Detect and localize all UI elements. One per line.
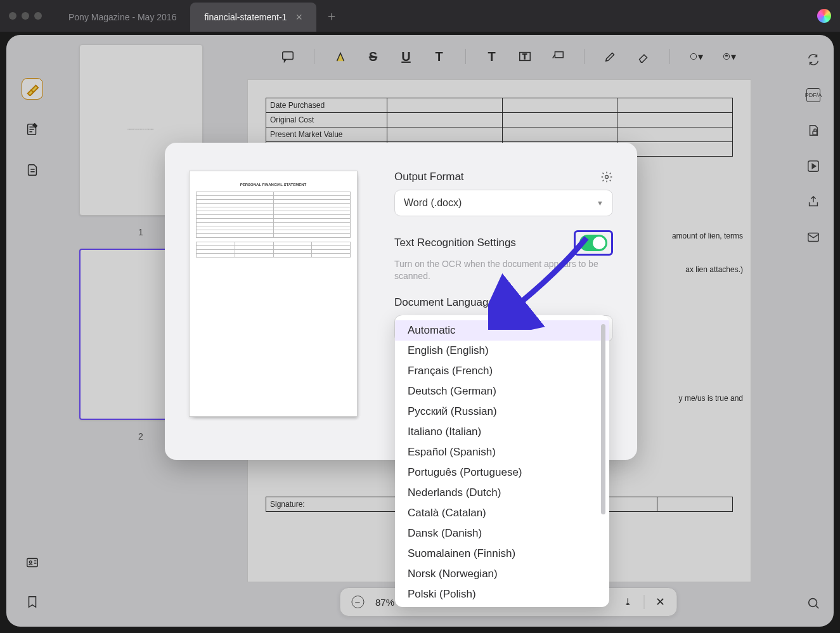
doc-language-label: Document Language bbox=[394, 296, 613, 309]
left-rail bbox=[6, 35, 58, 627]
language-option[interactable]: Română (Romanian) bbox=[395, 604, 609, 607]
pdfa-icon[interactable]: PDF/A bbox=[806, 88, 820, 102]
svg-rect-11 bbox=[808, 233, 819, 242]
textbox-icon[interactable]: T bbox=[518, 49, 532, 63]
svg-rect-1 bbox=[27, 559, 38, 567]
doc-text: ax lien attaches.) bbox=[672, 253, 743, 287]
squiggly-icon[interactable]: T bbox=[432, 49, 446, 63]
play-icon[interactable] bbox=[806, 159, 820, 173]
doc-text: y me/us is true and bbox=[672, 382, 743, 415]
documents-tool[interactable] bbox=[22, 159, 43, 181]
minimize-window-icon[interactable] bbox=[22, 12, 29, 20]
page-number-1: 1 bbox=[138, 227, 143, 237]
zoom-out-button[interactable]: − bbox=[351, 596, 364, 608]
field-label: Present Market Value bbox=[266, 127, 387, 142]
language-option[interactable]: Русский (Russian) bbox=[395, 401, 609, 422]
sync-icon[interactable] bbox=[806, 53, 820, 67]
ocr-toggle-highlight bbox=[574, 230, 613, 256]
shape-icon[interactable]: ▾ bbox=[689, 49, 703, 63]
doc-text: amount of lien, terms bbox=[672, 219, 743, 253]
field-label: Original Cost bbox=[266, 113, 387, 127]
language-option[interactable]: Automatic bbox=[395, 320, 609, 341]
language-dropdown: Automatic English (English) Français (Fr… bbox=[395, 315, 609, 607]
tab-pony-magazine[interactable]: Pony Magazine - May 2016 bbox=[55, 3, 190, 32]
language-option[interactable]: Nederlands (Dutch) bbox=[395, 483, 609, 503]
bookmark-icon[interactable] bbox=[22, 591, 43, 613]
window-controls bbox=[9, 12, 42, 20]
language-option[interactable]: Dansk (Danish) bbox=[395, 523, 609, 544]
dialog-preview: PERSONAL FINANCIAL STATEMENT bbox=[189, 171, 373, 424]
notes-tool[interactable] bbox=[22, 119, 43, 140]
preview-title: PERSONAL FINANCIAL STATEMENT bbox=[196, 183, 351, 186]
marker-icon[interactable] bbox=[333, 49, 347, 63]
download-icon[interactable]: ⤓ bbox=[624, 596, 632, 608]
lock-document-icon[interactable] bbox=[806, 124, 820, 138]
highlighter-tool[interactable] bbox=[22, 78, 43, 100]
share-icon[interactable] bbox=[806, 195, 820, 209]
page-number-2: 2 bbox=[138, 431, 143, 441]
output-format-label: Output Format bbox=[394, 171, 464, 183]
language-option[interactable]: Français (French) bbox=[395, 361, 609, 381]
language-option[interactable]: Español (Spanish) bbox=[395, 442, 609, 462]
search-icon[interactable] bbox=[806, 596, 820, 610]
language-option[interactable]: Norsk (Norwegian) bbox=[395, 564, 609, 584]
language-option[interactable]: Deutsch (German) bbox=[395, 381, 609, 401]
svg-point-13 bbox=[605, 176, 609, 179]
language-option[interactable]: Italiano (Italian) bbox=[395, 422, 609, 442]
svg-rect-3 bbox=[282, 52, 293, 60]
annotation-toolbar: S U T T T ▾ ▾ bbox=[281, 49, 736, 64]
svg-point-2 bbox=[29, 561, 32, 563]
output-format-select[interactable]: Word (.docx) ▼ bbox=[394, 190, 613, 216]
titlebar: Pony Magazine - May 2016 financial-state… bbox=[0, 0, 840, 32]
zoom-value[interactable]: 87% bbox=[375, 597, 394, 608]
language-option[interactable]: English (English) bbox=[395, 341, 609, 361]
comment-icon[interactable] bbox=[281, 49, 295, 63]
underline-icon[interactable]: U bbox=[399, 49, 413, 63]
language-option[interactable]: Polski (Polish) bbox=[395, 584, 609, 604]
eraser-icon[interactable] bbox=[636, 49, 650, 63]
tab-financial-statement[interactable]: financial-statement-1 × bbox=[190, 3, 316, 32]
new-tab-button[interactable]: ＋ bbox=[325, 8, 338, 25]
stamp-icon[interactable]: ▾ bbox=[722, 49, 736, 63]
output-format-value: Word (.docx) bbox=[404, 197, 462, 209]
right-rail: PDF/A bbox=[793, 35, 834, 627]
app-logo-icon bbox=[817, 9, 831, 23]
ocr-label: Text Recognition Settings bbox=[394, 237, 516, 249]
svg-rect-6 bbox=[555, 52, 563, 58]
maximize-window-icon[interactable] bbox=[34, 12, 42, 20]
tabs: Pony Magazine - May 2016 financial-state… bbox=[55, 0, 817, 32]
ocr-hint: Turn on the OCR when the document appear… bbox=[394, 258, 613, 282]
tab-label: financial-statement-1 bbox=[204, 12, 287, 22]
svg-point-12 bbox=[809, 599, 817, 607]
text-icon[interactable]: T bbox=[485, 49, 499, 63]
pen-icon[interactable] bbox=[604, 49, 617, 63]
svg-rect-9 bbox=[813, 131, 817, 135]
ocr-toggle[interactable] bbox=[579, 235, 607, 251]
callout-icon[interactable] bbox=[551, 49, 565, 63]
tab-label: Pony Magazine - May 2016 bbox=[68, 12, 176, 22]
close-window-icon[interactable] bbox=[9, 12, 16, 20]
gear-icon[interactable] bbox=[600, 171, 613, 183]
language-option[interactable]: Suomalainen (Finnish) bbox=[395, 544, 609, 564]
contact-card-icon[interactable] bbox=[22, 552, 43, 573]
language-option[interactable]: Català (Catalan) bbox=[395, 503, 609, 523]
dropdown-scrollbar[interactable] bbox=[601, 324, 605, 514]
chevron-down-icon: ▼ bbox=[597, 199, 604, 207]
close-tab-icon[interactable]: × bbox=[295, 11, 302, 24]
field-label: Date Purchased bbox=[266, 98, 387, 113]
svg-point-7 bbox=[690, 53, 696, 59]
language-option[interactable]: Português (Portuguese) bbox=[395, 462, 609, 483]
mail-icon[interactable] bbox=[806, 230, 820, 244]
svg-text:T: T bbox=[522, 53, 527, 60]
close-bar-icon[interactable]: ✕ bbox=[656, 595, 665, 609]
strikethrough-icon[interactable]: S bbox=[366, 49, 380, 63]
